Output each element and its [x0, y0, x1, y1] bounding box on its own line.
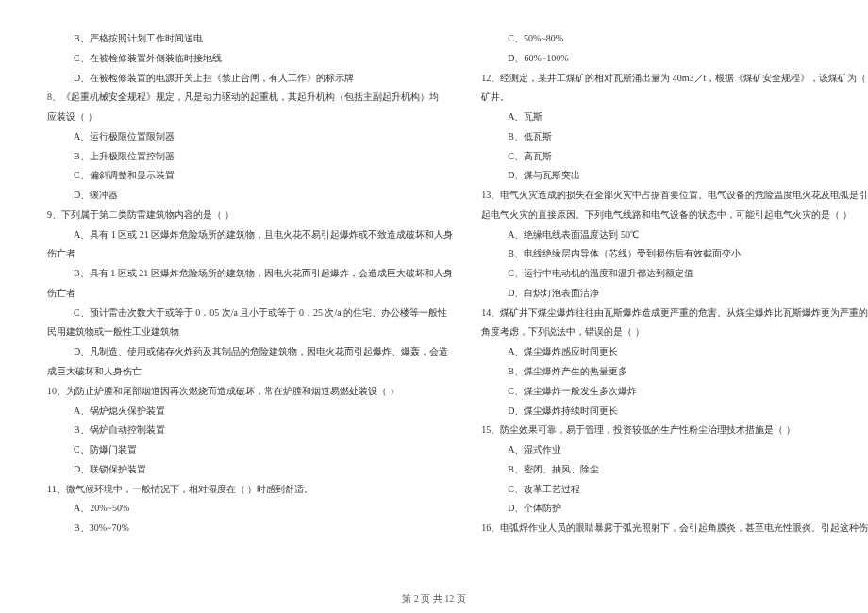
doc-line: C、改革工艺过程	[481, 479, 868, 499]
doc-line: A、煤尘爆炸感应时间更长	[481, 341, 868, 361]
doc-line: B、具有 1 区或 21 区爆炸危险场所的建筑物，因电火花而引起爆炸，会造成巨大…	[47, 263, 453, 283]
doc-line: 9、下列属于第二类防雷建筑物内容的是（ ）	[47, 205, 453, 224]
doc-line: A、运行极限位置限制器	[47, 126, 453, 146]
doc-line: 民用建筑物或一般性工业建筑物	[47, 322, 453, 341]
doc-line: A、瓦斯	[481, 107, 868, 126]
doc-line: B、密闭、抽风、除尘	[481, 459, 868, 479]
doc-line: C、预计雷击次数大于或等于 0．05 次/a 且小于或等于 0．25 次/a 的…	[47, 303, 453, 323]
doc-line: 矿井。	[481, 87, 868, 107]
doc-line: 11、微气候环境中，一般情况下，相对湿度在（ ）时感到舒适。	[47, 479, 453, 499]
doc-line: C、高瓦斯	[481, 146, 868, 166]
doc-line: C、运行中电动机的温度和温升都达到额定值	[481, 263, 868, 283]
doc-line: 角度考虑，下列说法中，错误的是（ ）	[481, 322, 868, 341]
doc-line: 伤亡者	[47, 283, 453, 303]
doc-line: D、个体防护	[481, 498, 868, 518]
page-footer: 第 2 页 共 12 页	[0, 592, 868, 605]
doc-line: B、低瓦斯	[481, 126, 868, 146]
doc-line: B、煤尘爆炸产生的热量更多	[481, 361, 868, 381]
doc-line: B、电线绝缘层内导体（芯线）受到损伤后有效截面变小	[481, 243, 868, 263]
doc-line: 10、为防止炉膛和尾部烟道因再次燃烧而造成破坏，常在炉膛和烟道易燃处装设（ ）	[47, 381, 453, 401]
doc-line: D、白炽灯泡表面洁净	[481, 283, 868, 303]
doc-line: C、防爆门装置	[47, 439, 453, 459]
doc-line: A、湿式作业	[481, 439, 868, 459]
doc-line: D、煤尘爆炸持续时间更长	[481, 401, 868, 421]
doc-line: A、具有 1 区或 21 区爆炸危险场所的建筑物，且电火花不易引起爆炸或不致造成…	[47, 224, 453, 244]
doc-line: B、锅炉自动控制装置	[47, 420, 453, 439]
doc-line: D、凡制造、使用或储存火炸药及其制品的危险建筑物，因电火花而引起爆炸、爆轰，会造	[47, 341, 453, 361]
doc-line: D、60%~100%	[481, 48, 868, 68]
doc-line: D、缓冲器	[47, 185, 453, 205]
doc-line: 伤亡者	[47, 243, 453, 263]
doc-line: 16、电弧焊作业人员的眼睛暴露于弧光照射下，会引起角膜炎，甚至电光性眼炎。引起这…	[481, 518, 868, 538]
doc-line: D、在被检修装置的电源开关上挂《禁止合闸，有人工作》的标示牌	[47, 68, 453, 88]
doc-line: 13、电气火灾造成的损失在全部火灾中占据首要位置。电气设备的危险温度电火花及电弧…	[481, 185, 868, 205]
doc-line: A、锅炉熄火保护装置	[47, 401, 453, 421]
doc-line: 8、《起重机械安全规程》规定，凡是动力驱动的起重机，其起升机构（包括主副起升机构…	[47, 87, 453, 107]
doc-line: 起电气火灾的直接原因。下列电气线路和电气设备的状态中，可能引起电气火灾的是（ ）	[481, 205, 868, 224]
doc-line: B、上升极限位置控制器	[47, 146, 453, 166]
doc-line: A、绝缘电线表面温度达到 50℃	[481, 224, 868, 244]
doc-line: D、煤与瓦斯突出	[481, 165, 868, 185]
doc-line: C、在被检修装置外侧装临时接地线	[47, 48, 453, 68]
doc-line: C、煤尘爆炸一般发生多次爆炸	[481, 381, 868, 401]
doc-line: A、20%~50%	[47, 498, 453, 518]
doc-line: 14、煤矿井下煤尘爆炸往往由瓦斯爆炸造成更严重的危害。从煤尘爆炸比瓦斯爆炸更为严…	[481, 303, 868, 323]
doc-line: B、严格按照计划工作时间送电	[47, 28, 453, 48]
doc-line: 成巨大破坏和人身伤亡	[47, 361, 453, 381]
doc-line: 应装设（ ）	[47, 107, 453, 126]
doc-line: 15、防尘效果可靠，易于管理，投资较低的生产性粉尘治理技术措施是（ ）	[481, 420, 868, 439]
doc-line: 12、经测定，某井工煤矿的相对瓦斯涌出量为 40m3／t，根据《煤矿安全规程》，…	[481, 68, 868, 88]
doc-line: C、50%~80%	[481, 28, 868, 48]
doc-line: D、联锁保护装置	[47, 459, 453, 479]
doc-line: C、偏斜调整和显示装置	[47, 165, 453, 185]
doc-line: B、30%~70%	[47, 518, 453, 538]
